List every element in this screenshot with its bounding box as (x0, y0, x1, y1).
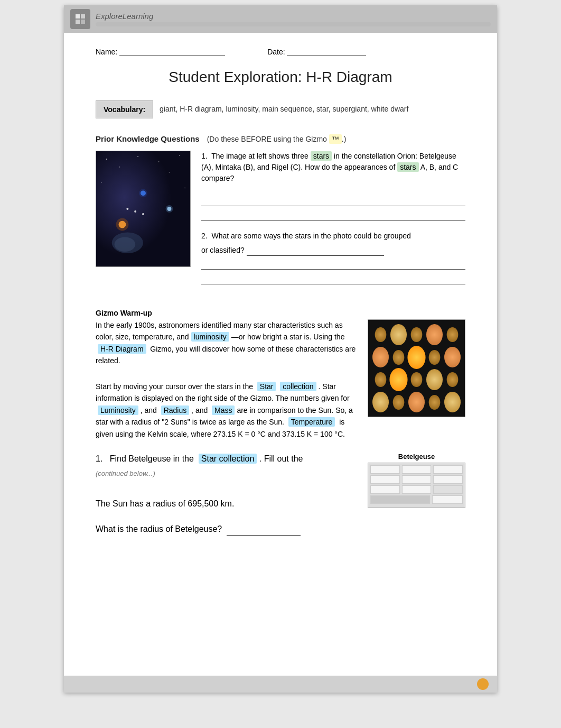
hrdiagram-highlight: H-R Diagram (98, 344, 146, 354)
star-cell (389, 368, 407, 391)
betelgeuse-cell (432, 495, 463, 504)
betelgeuse-section: Betelgeuse (368, 453, 465, 546)
star-cell (393, 394, 405, 409)
radius-highlight: Radius (161, 406, 190, 415)
answer-line-2a (247, 247, 384, 256)
star-cell (390, 324, 407, 345)
star-cell (426, 369, 443, 390)
svg-point-7 (137, 156, 138, 157)
star-cell (411, 327, 423, 342)
mass-highlight: Mass (212, 406, 235, 415)
header-bar: ExploreLearning (64, 5, 497, 33)
betelgeuse-cell (370, 465, 400, 474)
star-cell (447, 372, 459, 387)
prior-knowledge-header: Prior Knowledge Questions (Do these BEFO… (96, 134, 465, 143)
svg-point-5 (106, 159, 107, 160)
stars-grid-container (368, 319, 465, 442)
svg-point-18 (166, 205, 173, 213)
question-3: 1. Find Betelgeuse in the Star collectio… (96, 453, 357, 479)
svg-point-11 (101, 182, 101, 183)
gizmo-content: In the early 1900s, astronomers identifi… (96, 319, 465, 442)
progress-bar (96, 22, 491, 26)
svg-point-21 (142, 213, 144, 215)
betelgeuse-cell (402, 485, 432, 494)
star-cell (375, 372, 387, 387)
name-date-row: Name: Date: (96, 48, 465, 56)
star-cell (393, 349, 405, 364)
luminosity-highlight: luminosity (191, 332, 229, 342)
name-underline (119, 48, 225, 56)
betelgeuse-cell (433, 465, 463, 474)
stars-highlight-2: stars (397, 162, 418, 172)
temperature-highlight: Temperature (288, 417, 335, 427)
q1-text: 1. The image at left shows three stars i… (201, 151, 465, 184)
svg-point-20 (134, 210, 136, 213)
star-cell (447, 327, 459, 342)
svg-rect-1 (81, 14, 85, 19)
questions-area: 1. The image at left shows three stars i… (201, 151, 465, 294)
collection-highlight: collection (280, 382, 316, 391)
betelgeuse-row-1 (370, 465, 463, 474)
stars-highlight-1: stars (311, 151, 332, 161)
star-collection-highlight-2: Star collection (199, 454, 257, 464)
gizmo-text: In the early 1900s, astronomers identifi… (96, 319, 357, 442)
footer-dot (477, 678, 489, 690)
bottom-left: 1. Find Betelgeuse in the Star collectio… (96, 453, 357, 546)
svg-point-8 (158, 161, 160, 162)
svg-point-14 (139, 189, 147, 197)
star-cell (429, 349, 441, 364)
betelgeuse-row-4 (370, 495, 463, 504)
betelgeuse-cell (370, 485, 400, 494)
gizmo-warmup-title: Gizmo Warm-up (96, 309, 465, 317)
betelgeuse-cell (370, 475, 400, 484)
answer-line-1b (201, 210, 465, 221)
gizmo-para-2: Start by moving your cursor over the sta… (96, 381, 357, 440)
svg-point-10 (169, 172, 170, 173)
q3-text: 1. Find Betelgeuse in the Star collectio… (96, 453, 357, 465)
radius-answer-field (227, 527, 301, 536)
header-title-area: ExploreLearning (96, 12, 491, 26)
date-field: Date: (267, 48, 366, 56)
app-logo (70, 9, 90, 29)
star-cell (426, 324, 443, 345)
q4-text-1: The Sun has a radius of 695,500 km. (96, 497, 357, 510)
star-cell (408, 392, 425, 413)
page-title: Student Exploration: H-R Diagram (96, 69, 465, 86)
star-cell (372, 392, 389, 413)
document-content: Name: Date: Student Exploration: H-R Dia… (64, 33, 497, 566)
date-label: Date: (267, 48, 285, 56)
gizmo-para-1: In the early 1900s, astronomers identifi… (96, 319, 357, 367)
q4-text-2: What is the radius of Betelgeuse? (96, 523, 357, 536)
answer-line-1a (201, 196, 465, 206)
star-cell (444, 392, 461, 413)
star-cell (411, 372, 423, 387)
luminosity-highlight-2: Luminosity (98, 406, 138, 415)
orion-image-inner (96, 151, 190, 266)
gizmo-highlight-inline: ™ (329, 134, 342, 144)
vocab-label: Vocabulary: (96, 100, 153, 118)
betelgeuse-cell (433, 485, 463, 494)
name-field: Name: (96, 48, 225, 56)
footer-bar (64, 676, 497, 693)
betelgeuse-row-3 (370, 485, 463, 494)
svg-point-16 (116, 218, 129, 231)
orion-constellation-image (96, 151, 191, 267)
question-4: The Sun has a radius of 695,500 km. What… (96, 497, 357, 536)
stars-grid-image (368, 319, 465, 417)
svg-point-23 (115, 237, 136, 252)
name-label: Name: (96, 48, 117, 56)
star-cell (372, 347, 389, 368)
svg-point-19 (126, 208, 128, 210)
q3-continued: (continued below...) (96, 468, 357, 479)
date-underline (287, 48, 366, 56)
star-cell (444, 347, 461, 368)
svg-rect-3 (81, 20, 85, 24)
betelgeuse-label: Betelgeuse (368, 453, 465, 460)
question-2: 2. What are some ways the stars in the p… (201, 231, 465, 284)
document-page: ExploreLearning Name: Date: Student Expl… (64, 5, 497, 693)
svg-point-12 (184, 188, 185, 189)
q2-text: 2. What are some ways the stars in the p… (201, 231, 465, 242)
q2-text2: or classified? (201, 245, 465, 256)
answer-line-2b (201, 259, 465, 270)
bottom-section: 1. Find Betelgeuse in the Star collectio… (96, 453, 465, 546)
